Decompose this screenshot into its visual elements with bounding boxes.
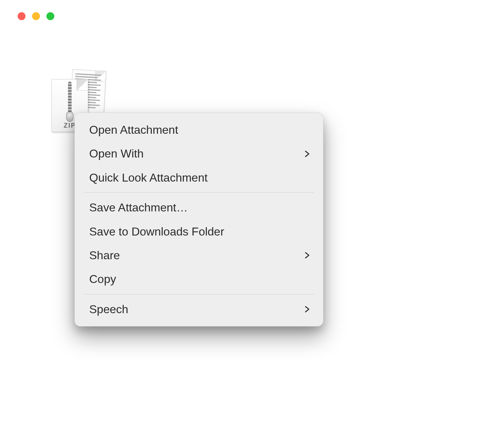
minimize-window-button[interactable] (32, 12, 40, 20)
menu-item-quick-look-attachment[interactable]: Quick Look Attachment (75, 166, 323, 189)
menu-item-speech[interactable]: Speech (75, 297, 323, 321)
menu-item-save-attachment[interactable]: Save Attachment… (75, 196, 323, 219)
menu-separator (83, 294, 314, 294)
menu-item-label: Quick Look Attachment (89, 171, 208, 184)
menu-item-label: Open Attachment (89, 123, 178, 137)
chevron-right-icon (303, 251, 311, 259)
menu-item-open-with[interactable]: Open With (75, 142, 323, 165)
chevron-right-icon (303, 305, 311, 313)
menu-item-open-attachment[interactable]: Open Attachment (75, 118, 323, 142)
zoom-window-button[interactable] (46, 12, 54, 20)
menu-item-label: Copy (89, 272, 116, 286)
menu-item-label: Save to Downloads Folder (89, 225, 224, 238)
menu-item-label: Speech (89, 302, 128, 316)
menu-item-save-to-downloads[interactable]: Save to Downloads Folder (75, 220, 323, 243)
chevron-right-icon (303, 150, 311, 158)
menu-item-copy[interactable]: Copy (75, 267, 323, 291)
attachment-context-menu: Open Attachment Open With Quick Look Att… (74, 113, 323, 326)
menu-item-share[interactable]: Share (75, 243, 323, 267)
menu-separator (83, 192, 314, 193)
titlebar (9, 5, 387, 27)
menu-item-label: Save Attachment… (89, 201, 188, 214)
menu-item-label: Open With (89, 147, 144, 160)
menu-item-label: Share (89, 248, 120, 262)
zipper-icon (66, 82, 73, 117)
close-window-button[interactable] (18, 12, 26, 20)
